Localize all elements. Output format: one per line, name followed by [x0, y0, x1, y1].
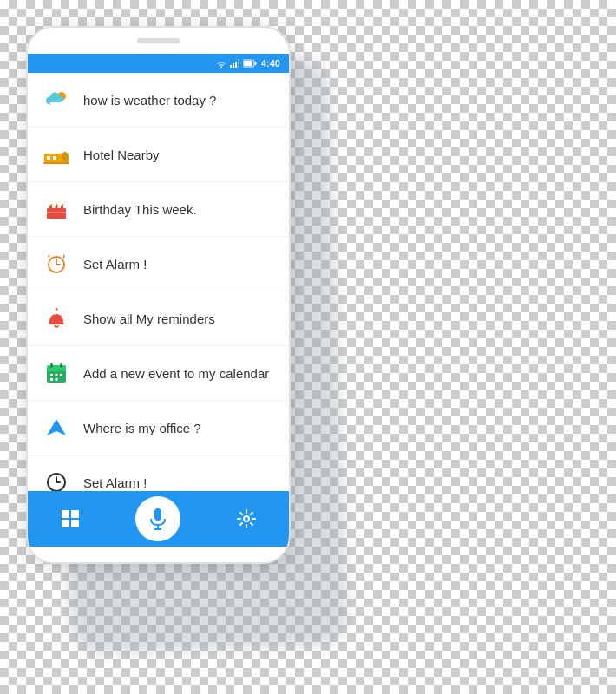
svg-rect-37 — [62, 510, 69, 518]
list-area: how is weather today ? Hotel Nearby — [28, 73, 289, 491]
list-item-reminders[interactable]: Show all My reminders — [28, 291, 289, 346]
phone-wrapper: 4:40 how is weather today ? — [26, 26, 304, 564]
list-item-calendar[interactable]: Add a new event to my calendar — [28, 346, 289, 401]
status-icons: 4:40 — [215, 58, 280, 69]
svg-rect-39 — [62, 520, 69, 527]
svg-rect-5 — [254, 62, 256, 65]
svg-rect-26 — [50, 363, 53, 368]
calendar-item-text: Add a new event to my calendar — [83, 366, 269, 381]
navigation-icon — [42, 413, 71, 442]
hotel-item-text: Hotel Nearby — [83, 147, 160, 162]
svg-rect-3 — [238, 59, 239, 68]
clock-icon — [42, 468, 71, 491]
bottom-nav — [28, 491, 289, 547]
phone-speaker — [137, 38, 180, 43]
reminders-item-text: Show all My reminders — [83, 311, 215, 326]
svg-rect-32 — [56, 378, 58, 381]
office-item-text: Where is my office ? — [83, 421, 201, 435]
svg-rect-25 — [47, 365, 66, 371]
list-item-office[interactable]: Where is my office ? — [28, 401, 289, 455]
svg-rect-10 — [53, 156, 56, 160]
svg-rect-40 — [71, 520, 79, 527]
phone-bezel-top — [28, 28, 289, 54]
alarm-icon — [42, 249, 71, 278]
list-item-alarm1[interactable]: Set Alarm ! — [28, 237, 289, 291]
svg-point-44 — [244, 516, 249, 521]
svg-rect-41 — [154, 508, 161, 520]
signal-icon — [230, 59, 240, 68]
svg-rect-9 — [47, 156, 50, 160]
alarm2-item-text: Set Alarm ! — [83, 475, 147, 490]
phone: 4:40 how is weather today ? — [26, 26, 291, 564]
list-item-hotel[interactable]: Hotel Nearby — [28, 128, 289, 182]
svg-rect-17 — [61, 206, 63, 209]
svg-rect-0 — [230, 65, 232, 68]
svg-rect-2 — [235, 62, 237, 68]
list-item-weather[interactable]: how is weather today ? — [28, 73, 289, 128]
birthday-item-text: Birthday This week. — [83, 202, 197, 217]
weather-item-text: how is weather today ? — [83, 93, 216, 108]
weather-icon — [42, 85, 71, 115]
svg-rect-27 — [60, 363, 62, 368]
bell-icon — [42, 304, 71, 333]
list-item-birthday[interactable]: Birthday This week. — [28, 182, 289, 237]
list-item-alarm2[interactable]: Set Alarm ! — [28, 455, 289, 491]
svg-point-23 — [56, 308, 58, 311]
time-display: 4:40 — [261, 58, 280, 69]
phone-bezel-bottom — [28, 547, 289, 562]
svg-rect-28 — [50, 374, 53, 376]
wifi-icon — [215, 59, 227, 68]
calendar-icon — [42, 358, 71, 388]
svg-point-12 — [62, 152, 68, 157]
svg-rect-16 — [56, 206, 58, 209]
svg-rect-1 — [233, 63, 234, 68]
svg-rect-18 — [47, 212, 66, 213]
birthday-icon — [42, 194, 71, 224]
hotel-icon — [42, 140, 71, 169]
svg-rect-29 — [56, 374, 58, 376]
settings-button[interactable] — [227, 500, 265, 538]
svg-rect-6 — [244, 61, 252, 66]
alarm1-item-text: Set Alarm ! — [83, 257, 147, 272]
svg-marker-33 — [47, 419, 66, 435]
svg-rect-30 — [60, 374, 62, 376]
grid-button[interactable] — [51, 500, 89, 538]
svg-rect-15 — [49, 206, 52, 209]
svg-rect-13 — [43, 162, 69, 164]
status-bar: 4:40 — [28, 54, 289, 73]
svg-rect-31 — [50, 378, 53, 381]
microphone-button[interactable] — [135, 496, 180, 541]
battery-icon — [243, 59, 257, 68]
svg-rect-38 — [71, 510, 79, 518]
